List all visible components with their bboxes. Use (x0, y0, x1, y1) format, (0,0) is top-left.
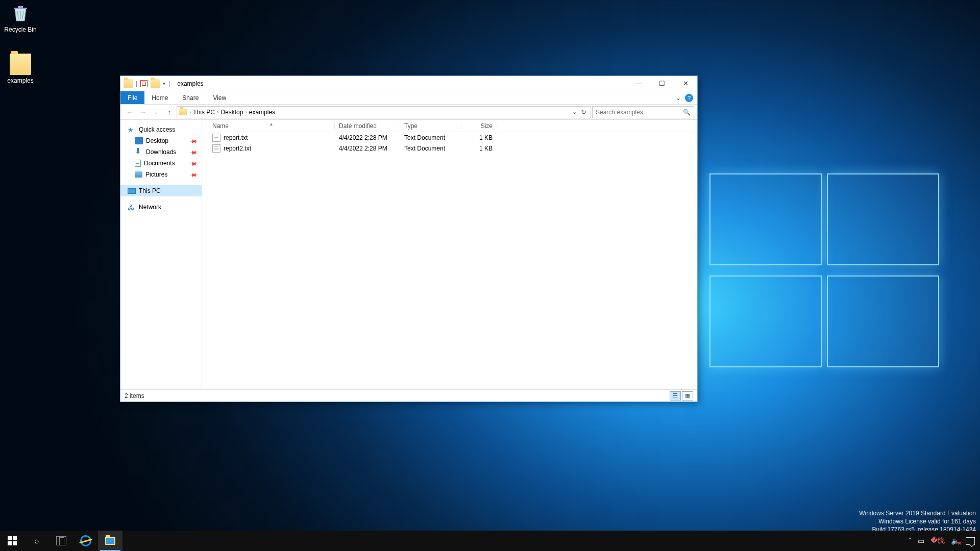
chevron-right-icon[interactable]: › (217, 109, 218, 115)
sidebar-label: Documents (144, 160, 175, 167)
file-row[interactable]: report2.txt 4/4/2022 2:28 PM Text Docume… (202, 143, 697, 154)
column-type[interactable]: Type (400, 122, 461, 130)
file-name: report.txt (224, 134, 248, 141)
text-file-icon (212, 144, 220, 153)
address-toolbar: ← → ⌄ ↑ › This PC › Desktop › examples ⌄… (120, 105, 697, 120)
large-icons-view-button[interactable]: ▦ (682, 391, 693, 400)
internet-explorer-button[interactable] (74, 531, 98, 551)
status-bar: 2 items ☰ ▦ (120, 389, 697, 402)
chevron-right-icon[interactable]: › (245, 109, 247, 115)
item-count: 2 items (125, 392, 144, 399)
tray-app-icon[interactable]: ▭ (918, 537, 924, 545)
customize-qat-dropdown[interactable]: ▾ (163, 81, 165, 86)
file-explorer-icon (105, 537, 115, 545)
properties-icon[interactable] (140, 80, 148, 87)
pin-icon: 📌 (189, 148, 198, 156)
breadcrumb-examples[interactable]: examples (249, 109, 275, 116)
sidebar-item-documents[interactable]: Documents 📌 (120, 158, 202, 169)
sidebar-item-pictures[interactable]: Pictures 📌 (120, 169, 202, 180)
action-center-icon[interactable] (966, 537, 975, 545)
quick-access-label: Quick access (139, 126, 175, 133)
file-size: 1 KB (461, 145, 497, 152)
recycle-bin-label: Recycle Bin (1, 26, 40, 33)
home-tab[interactable]: Home (144, 91, 175, 104)
pictures-icon (135, 171, 142, 178)
view-tab[interactable]: View (206, 91, 233, 104)
file-row[interactable]: report.txt 4/4/2022 2:28 PM Text Documen… (202, 132, 697, 143)
sidebar-label: This PC (139, 187, 161, 194)
wallpaper-pane (709, 276, 822, 367)
start-button[interactable] (0, 531, 24, 551)
titlebar[interactable]: | ▾ | examples — ☐ ✕ (120, 76, 697, 91)
sidebar-label: Desktop (146, 137, 168, 144)
address-bar[interactable]: › This PC › Desktop › examples ⌄ ↻ (177, 106, 591, 118)
file-name: report2.txt (224, 145, 251, 152)
sidebar-item-downloads[interactable]: ⬇ Downloads 📌 (120, 146, 202, 158)
column-size[interactable]: Size (461, 122, 497, 130)
file-size: 1 KB (461, 134, 497, 141)
up-button[interactable]: ↑ (163, 106, 176, 118)
separator: | (168, 80, 170, 87)
sidebar-item-desktop[interactable]: Desktop 📌 (120, 135, 202, 146)
file-date: 4/4/2022 2:28 PM (335, 134, 400, 141)
column-date[interactable]: Date modified (335, 122, 400, 130)
minimize-button[interactable]: — (627, 76, 650, 91)
sidebar-item-network[interactable]: 🖧 Network (120, 202, 202, 213)
pc-icon (128, 188, 136, 194)
address-dropdown-icon[interactable]: ⌄ (572, 109, 577, 115)
sidebar-label: Network (139, 204, 161, 211)
breadcrumb-desktop[interactable]: Desktop (220, 109, 243, 116)
new-folder-icon[interactable] (151, 79, 160, 88)
wallpaper-pane (827, 173, 939, 265)
watermark-line: Windows License valid for 161 days (859, 517, 976, 525)
details-view-button[interactable]: ☰ (670, 391, 681, 400)
refresh-button[interactable]: ↻ (581, 108, 586, 116)
recycle-bin-icon[interactable]: Recycle Bin (1, 3, 40, 33)
examples-folder-icon[interactable]: examples (1, 54, 40, 84)
watermark-line: Windows Server 2019 Standard Evaluation (859, 509, 976, 517)
pin-icon: 📌 (189, 159, 198, 167)
file-explorer-taskbar-button[interactable] (98, 531, 122, 551)
search-icon: 🔍 (683, 109, 691, 116)
search-button[interactable]: ⌕ (24, 531, 49, 551)
search-placeholder: Search examples (596, 109, 643, 116)
text-file-icon (212, 134, 220, 142)
folder-icon (179, 109, 187, 115)
window-title: examples (177, 80, 203, 87)
ribbon-expand-icon[interactable]: ⌄ (676, 94, 681, 102)
desktop[interactable]: Recycle Bin examples | ▾ | examples — ☐ … (0, 0, 980, 551)
task-view-button[interactable] (49, 531, 74, 551)
windows-logo-icon (8, 536, 17, 545)
pin-icon: 📌 (189, 170, 198, 179)
breadcrumb-this-pc[interactable]: This PC (193, 109, 215, 116)
system-tray: ˄ ▭ �统 🔈✖ (903, 531, 980, 551)
network-icon: 🖧 (128, 204, 136, 211)
file-type: Text Document (400, 145, 461, 152)
close-button[interactable]: ✕ (674, 76, 697, 91)
forward-button[interactable]: → (137, 106, 149, 118)
document-icon (135, 160, 141, 167)
maximize-button[interactable]: ☐ (650, 76, 674, 91)
back-button[interactable]: ← (124, 106, 136, 118)
separator: | (136, 80, 137, 87)
chevron-right-icon[interactable]: › (189, 109, 191, 115)
navigation-pane: ★ Quick access Desktop 📌 ⬇ Downloads 📌 D… (120, 120, 202, 389)
col-label: Name (212, 122, 229, 130)
network-tray-icon[interactable]: �统 (930, 536, 945, 545)
sidebar-item-this-pc[interactable]: This PC (120, 185, 202, 196)
tray-overflow-icon[interactable]: ˄ (908, 537, 912, 545)
file-tab[interactable]: File (120, 91, 144, 104)
column-headers: Name ▲ Date modified Type Size (202, 120, 697, 132)
help-icon[interactable]: ? (685, 94, 693, 102)
column-name[interactable]: Name ▲ (208, 122, 335, 130)
quick-access[interactable]: ★ Quick access (120, 124, 202, 135)
windows-watermark: Windows Server 2019 Standard Evaluation … (859, 509, 976, 534)
file-date: 4/4/2022 2:28 PM (335, 145, 400, 152)
sort-ascending-icon: ▲ (270, 122, 274, 127)
search-box[interactable]: Search examples 🔍 (592, 106, 694, 118)
star-icon: ★ (128, 126, 136, 133)
recent-locations-dropdown[interactable]: ⌄ (150, 106, 162, 118)
file-explorer-window: | ▾ | examples — ☐ ✕ File Home Share Vie… (120, 76, 698, 402)
share-tab[interactable]: Share (175, 91, 206, 104)
volume-muted-icon[interactable]: 🔈✖ (951, 537, 960, 545)
